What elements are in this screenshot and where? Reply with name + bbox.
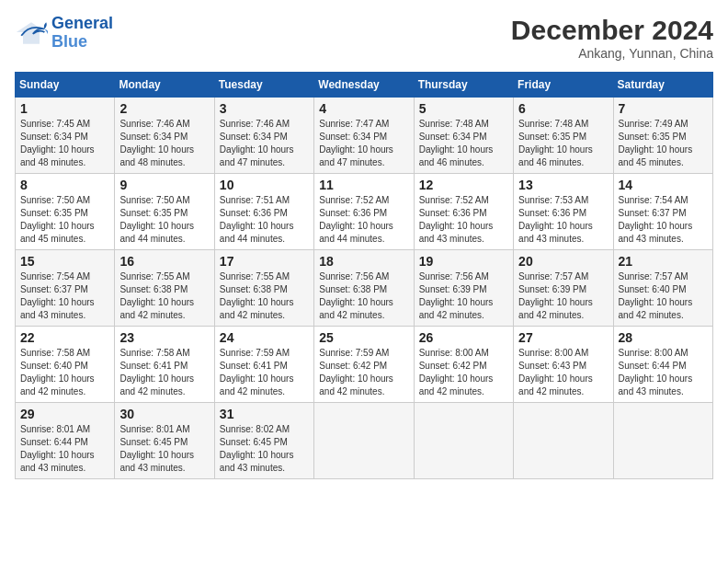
month-title: December 2024: [511, 15, 713, 46]
day-number: 28: [619, 330, 708, 345]
weekday-header: Friday: [514, 73, 613, 98]
calendar-day: 3Sunrise: 7:46 AM Sunset: 6:34 PM Daylig…: [214, 98, 313, 174]
day-number: 14: [619, 178, 708, 192]
title-block: December 2024 Ankang, Yunnan, China: [511, 15, 713, 61]
day-number: 20: [518, 254, 608, 269]
day-number: 13: [518, 178, 608, 192]
logo: GeneralBlue: [15, 15, 113, 52]
day-number: 26: [419, 330, 508, 345]
logo-text: GeneralBlue: [51, 15, 113, 52]
day-info: Sunrise: 8:00 AM Sunset: 6:44 PM Dayligh…: [619, 347, 708, 398]
calendar-day: 18Sunrise: 7:56 AM Sunset: 6:38 PM Dayli…: [314, 250, 414, 327]
day-number: 5: [419, 101, 508, 116]
calendar-day: 26Sunrise: 8:00 AM Sunset: 6:42 PM Dayli…: [414, 327, 513, 403]
calendar-day: 1Sunrise: 7:45 AM Sunset: 6:34 PM Daylig…: [16, 98, 115, 174]
calendar-day: 8Sunrise: 7:50 AM Sunset: 6:35 PM Daylig…: [16, 174, 115, 250]
day-number: 15: [20, 254, 109, 269]
day-info: Sunrise: 7:48 AM Sunset: 6:34 PM Dayligh…: [419, 118, 508, 169]
day-number: 10: [220, 178, 309, 192]
day-number: 24: [220, 330, 309, 345]
day-info: Sunrise: 7:58 AM Sunset: 6:40 PM Dayligh…: [20, 347, 109, 398]
location: Ankang, Yunnan, China: [511, 46, 713, 61]
day-info: Sunrise: 7:45 AM Sunset: 6:34 PM Dayligh…: [20, 118, 109, 169]
day-number: 9: [119, 178, 209, 192]
empty-day: [514, 403, 613, 479]
svg-marker-0: [17, 22, 46, 43]
day-info: Sunrise: 7:54 AM Sunset: 6:37 PM Dayligh…: [619, 194, 708, 246]
day-info: Sunrise: 8:02 AM Sunset: 6:45 PM Dayligh…: [220, 423, 309, 475]
calendar-day: 23Sunrise: 7:58 AM Sunset: 6:41 PM Dayli…: [115, 327, 214, 403]
day-info: Sunrise: 7:52 AM Sunset: 6:36 PM Dayligh…: [419, 194, 508, 246]
calendar-day: 30Sunrise: 8:01 AM Sunset: 6:45 PM Dayli…: [115, 403, 214, 479]
day-number: 11: [319, 178, 408, 192]
calendar-day: 17Sunrise: 7:55 AM Sunset: 6:38 PM Dayli…: [214, 250, 313, 327]
calendar-day: 2Sunrise: 7:46 AM Sunset: 6:34 PM Daylig…: [115, 98, 214, 174]
day-info: Sunrise: 7:54 AM Sunset: 6:37 PM Dayligh…: [20, 270, 109, 322]
day-info: Sunrise: 8:00 AM Sunset: 6:43 PM Dayligh…: [518, 347, 608, 398]
day-info: Sunrise: 7:50 AM Sunset: 6:35 PM Dayligh…: [119, 194, 209, 246]
day-info: Sunrise: 8:01 AM Sunset: 6:44 PM Dayligh…: [20, 423, 109, 475]
calendar-day: 27Sunrise: 8:00 AM Sunset: 6:43 PM Dayli…: [514, 327, 613, 403]
day-number: 18: [319, 254, 408, 269]
calendar-day: 24Sunrise: 7:59 AM Sunset: 6:41 PM Dayli…: [214, 327, 313, 403]
day-info: Sunrise: 7:55 AM Sunset: 6:38 PM Dayligh…: [220, 270, 309, 322]
calendar-day: 4Sunrise: 7:47 AM Sunset: 6:34 PM Daylig…: [314, 98, 414, 174]
day-info: Sunrise: 7:50 AM Sunset: 6:35 PM Dayligh…: [20, 194, 109, 246]
day-info: Sunrise: 7:46 AM Sunset: 6:34 PM Dayligh…: [119, 118, 209, 169]
calendar-day: 5Sunrise: 7:48 AM Sunset: 6:34 PM Daylig…: [414, 98, 513, 174]
empty-day: [613, 403, 712, 479]
day-number: 7: [619, 101, 708, 116]
day-number: 16: [119, 254, 209, 269]
weekday-header: Wednesday: [314, 73, 414, 98]
day-info: Sunrise: 7:52 AM Sunset: 6:36 PM Dayligh…: [319, 194, 408, 246]
day-info: Sunrise: 7:48 AM Sunset: 6:35 PM Dayligh…: [518, 118, 608, 169]
calendar-day: 31Sunrise: 8:02 AM Sunset: 6:45 PM Dayli…: [214, 403, 313, 479]
day-info: Sunrise: 7:47 AM Sunset: 6:34 PM Dayligh…: [319, 118, 408, 169]
day-number: 4: [319, 101, 408, 116]
calendar-day: 22Sunrise: 7:58 AM Sunset: 6:40 PM Dayli…: [16, 327, 115, 403]
day-number: 25: [319, 330, 408, 345]
day-info: Sunrise: 7:51 AM Sunset: 6:36 PM Dayligh…: [220, 194, 309, 246]
empty-day: [414, 403, 513, 479]
day-number: 6: [518, 101, 608, 116]
day-info: Sunrise: 7:56 AM Sunset: 6:38 PM Dayligh…: [319, 270, 408, 322]
day-number: 2: [119, 101, 209, 116]
day-number: 21: [619, 254, 708, 269]
calendar-day: 6Sunrise: 7:48 AM Sunset: 6:35 PM Daylig…: [514, 98, 613, 174]
day-number: 30: [119, 407, 209, 421]
calendar-day: 25Sunrise: 7:59 AM Sunset: 6:42 PM Dayli…: [314, 327, 414, 403]
weekday-header: Thursday: [414, 73, 513, 98]
calendar-day: 21Sunrise: 7:57 AM Sunset: 6:40 PM Dayli…: [613, 250, 712, 327]
day-info: Sunrise: 7:56 AM Sunset: 6:39 PM Dayligh…: [419, 270, 508, 322]
weekday-header: Monday: [115, 73, 214, 98]
calendar-day: 16Sunrise: 7:55 AM Sunset: 6:38 PM Dayli…: [115, 250, 214, 327]
day-number: 19: [419, 254, 508, 269]
day-info: Sunrise: 7:46 AM Sunset: 6:34 PM Dayligh…: [220, 118, 309, 169]
day-info: Sunrise: 7:57 AM Sunset: 6:39 PM Dayligh…: [518, 270, 608, 322]
calendar-day: 9Sunrise: 7:50 AM Sunset: 6:35 PM Daylig…: [115, 174, 214, 250]
day-info: Sunrise: 7:59 AM Sunset: 6:41 PM Dayligh…: [220, 347, 309, 398]
day-info: Sunrise: 7:58 AM Sunset: 6:41 PM Dayligh…: [119, 347, 209, 398]
calendar-day: 7Sunrise: 7:49 AM Sunset: 6:35 PM Daylig…: [613, 98, 712, 174]
weekday-header: Tuesday: [214, 73, 313, 98]
weekday-header: Saturday: [613, 73, 712, 98]
calendar-day: 12Sunrise: 7:52 AM Sunset: 6:36 PM Dayli…: [414, 174, 513, 250]
day-number: 29: [20, 407, 109, 421]
day-number: 23: [119, 330, 209, 345]
logo-icon: [15, 20, 48, 46]
calendar-day: 15Sunrise: 7:54 AM Sunset: 6:37 PM Dayli…: [16, 250, 115, 327]
calendar-day: 28Sunrise: 8:00 AM Sunset: 6:44 PM Dayli…: [613, 327, 712, 403]
day-number: 1: [20, 101, 109, 116]
calendar-day: 13Sunrise: 7:53 AM Sunset: 6:36 PM Dayli…: [514, 174, 613, 250]
calendar-day: 14Sunrise: 7:54 AM Sunset: 6:37 PM Dayli…: [613, 174, 712, 250]
day-number: 27: [518, 330, 608, 345]
calendar-day: 10Sunrise: 7:51 AM Sunset: 6:36 PM Dayli…: [214, 174, 313, 250]
calendar-day: 29Sunrise: 8:01 AM Sunset: 6:44 PM Dayli…: [16, 403, 115, 479]
calendar-table: SundayMondayTuesdayWednesdayThursdayFrid…: [15, 72, 713, 479]
day-number: 22: [20, 330, 109, 345]
day-number: 8: [20, 178, 109, 192]
day-number: 17: [220, 254, 309, 269]
day-number: 3: [220, 101, 309, 116]
empty-day: [314, 403, 414, 479]
day-info: Sunrise: 7:53 AM Sunset: 6:36 PM Dayligh…: [518, 194, 608, 246]
